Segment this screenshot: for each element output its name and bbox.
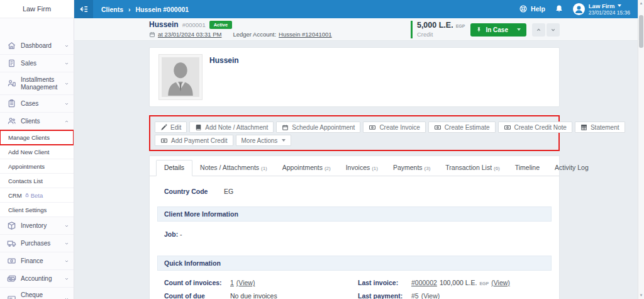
tab-activity-log[interactable]: Activity Log: [547, 161, 596, 176]
view-link[interactable]: (View): [236, 279, 255, 286]
client-details-card: Details Notes / Attachments (1) Appointm…: [149, 155, 560, 299]
help-button[interactable]: Help: [519, 4, 545, 13]
sidebar-item-installments-management[interactable]: Installments Management: [0, 72, 74, 95]
tab-label: Activity Log: [555, 164, 589, 171]
installments-icon: [7, 79, 16, 88]
table-icon: [580, 124, 587, 131]
scrollbar-thumb[interactable]: [639, 15, 643, 48]
help-icon: [519, 4, 528, 13]
chevron-up-icon: [64, 119, 69, 124]
top-bar: Clients › Hussein #000001 Help Law Firm: [74, 0, 638, 18]
sidebar-item-label: Clients: [21, 118, 60, 125]
sidebar-item-finance[interactable]: Finance: [0, 252, 74, 270]
sidebar-item-sales[interactable]: Sales: [0, 55, 74, 72]
create-invoice-button[interactable]: Create Invoice: [363, 121, 425, 133]
app-logo: Law Firm: [0, 0, 74, 18]
sidebar-item-manage-clients[interactable]: Manage Clients: [0, 130, 74, 145]
more-actions-button[interactable]: More Actions: [236, 135, 292, 146]
scrollbar-up-arrow[interactable]: ▲: [638, 1, 644, 6]
breadcrumb-section[interactable]: Clients: [101, 6, 123, 13]
sidebar-item-clients[interactable]: Clients: [0, 113, 74, 130]
user-datetime: 23/01/2024 15:36: [589, 9, 630, 16]
banknote-icon: [434, 124, 441, 131]
tab-invoices[interactable]: Invoices (1): [338, 161, 386, 176]
in-case-button[interactable]: In Case: [470, 23, 526, 37]
breadcrumb-page: Hussein #000001: [136, 6, 189, 13]
count-due-invoices-row: Count of due invoices: No due invoices: [164, 292, 358, 299]
scrollbar-down-arrow[interactable]: ▼: [638, 293, 644, 298]
count-due-invoices-label: Count of due invoices:: [164, 292, 230, 299]
sidebar-item-contacts-list[interactable]: Contacts List: [0, 174, 74, 188]
button-label: Create Invoice: [379, 124, 419, 131]
main-area: Clients › Hussein #000001 Help Law Firm: [74, 0, 638, 299]
collapse-sidebar-button[interactable]: [74, 0, 93, 18]
credit-summary: 5,000 L.E. EGP Credit: [411, 21, 465, 38]
sidebar-item-add-new-client[interactable]: Add New Client: [0, 145, 74, 159]
job-row: Job: -: [157, 230, 552, 238]
sidebar-item-purchases[interactable]: Purchases: [0, 235, 74, 252]
ledger-account-link[interactable]: Hussein #12041001: [279, 31, 332, 38]
chevron-down-icon: [64, 43, 69, 48]
sidebar-subitem-label: Contacts List: [8, 178, 43, 184]
add-payment-credit-button[interactable]: Add Payment Credit: [155, 135, 233, 146]
action-buttons-annotation: Edit Add Note / Attachment Schedule Appo…: [149, 115, 560, 151]
box-icon: [7, 221, 16, 230]
last-invoice-number-link[interactable]: #000002: [411, 279, 437, 286]
sidebar-item-label: Finance: [21, 257, 60, 265]
tab-appointments[interactable]: Appointments (2): [275, 161, 338, 176]
last-payment-number-link[interactable]: #5: [411, 292, 419, 299]
create-estimate-button[interactable]: Create Estimate: [428, 121, 496, 133]
create-credit-note-button[interactable]: Create Credit Note: [498, 121, 572, 133]
sidebar-item-appointments[interactable]: Appointments: [0, 159, 74, 174]
add-note-attachment-button[interactable]: Add Note / Attachment: [189, 121, 274, 133]
breadcrumb: Clients › Hussein #000001: [101, 6, 189, 13]
tab-details[interactable]: Details: [156, 160, 192, 176]
sidebar-item-cheque-cycle[interactable]: Cheque Cycle: [0, 288, 74, 299]
view-link[interactable]: (View): [491, 279, 510, 286]
user-menu[interactable]: Law Firm 23/01/2024 15:36: [573, 3, 630, 16]
tab-label: Timeline: [515, 164, 540, 171]
created-at-link[interactable]: at 23/01/2024 03:31 PM: [158, 31, 221, 38]
edit-button[interactable]: Edit: [155, 121, 187, 133]
sidebar-item-crm[interactable]: CRM Beta: [0, 188, 74, 203]
schedule-appointment-button[interactable]: Schedule Appointment: [276, 121, 360, 133]
sidebar-item-inventory[interactable]: Inventory: [0, 217, 74, 235]
statement-button[interactable]: Statement: [575, 121, 625, 133]
sidebar-subitem-label: CRM: [8, 192, 22, 199]
sidebar-item-accounting[interactable]: Accounting: [0, 270, 74, 288]
client-title-block: Hussein #000001 Active at 23/01/2024 03:…: [149, 18, 332, 41]
beta-label: Beta: [31, 192, 43, 199]
sidebar-item-dashboard[interactable]: Dashboard: [0, 37, 74, 55]
sidebar-item-client-settings[interactable]: Client Settings: [0, 203, 74, 217]
clients-submenu: Manage Clients Add New Client Appointmen…: [0, 130, 74, 217]
tab-timeline[interactable]: Timeline: [508, 161, 547, 176]
sidebar-item-cases[interactable]: Cases: [0, 95, 74, 113]
tab-payments[interactable]: Payments (3): [386, 161, 438, 176]
chevron-down-icon: [64, 296, 69, 299]
vertical-scrollbar[interactable]: ▲ ▼: [638, 0, 644, 299]
sidebar-item-label: Cheque Cycle: [21, 291, 60, 299]
credit-currency: EGP: [456, 24, 465, 30]
notifications-button[interactable]: [555, 4, 564, 13]
tab-transaction-list[interactable]: Transaction List (6): [438, 161, 507, 176]
view-link[interactable]: (View): [421, 292, 440, 299]
book-icon: [195, 124, 202, 131]
sidebar-subitem-label: Client Settings: [8, 206, 47, 213]
count-invoices-link[interactable]: 1: [230, 279, 234, 286]
profile-client-name: Hussein: [209, 56, 239, 100]
chevron-down-icon: [64, 276, 69, 281]
button-label: Statement: [591, 124, 619, 131]
count-invoices-row: Count of invoices: 1 (View): [164, 279, 358, 286]
tab-label: Notes / Attachments: [200, 164, 259, 171]
sidebar-item-label: Sales: [21, 60, 60, 67]
chevron-down-icon: [64, 61, 69, 66]
credit-amount: 5,000 L.E.: [417, 21, 453, 31]
banknote-icon: [504, 124, 511, 131]
sidebar-item-label: Installments Management: [21, 76, 60, 91]
status-badge: Active: [209, 21, 233, 29]
tab-notes-attachments[interactable]: Notes / Attachments (1): [192, 161, 275, 176]
next-record-button[interactable]: [547, 23, 560, 37]
document-icon: [7, 59, 16, 68]
previous-record-button[interactable]: [532, 23, 545, 37]
button-label: Create Credit Note: [514, 124, 567, 131]
